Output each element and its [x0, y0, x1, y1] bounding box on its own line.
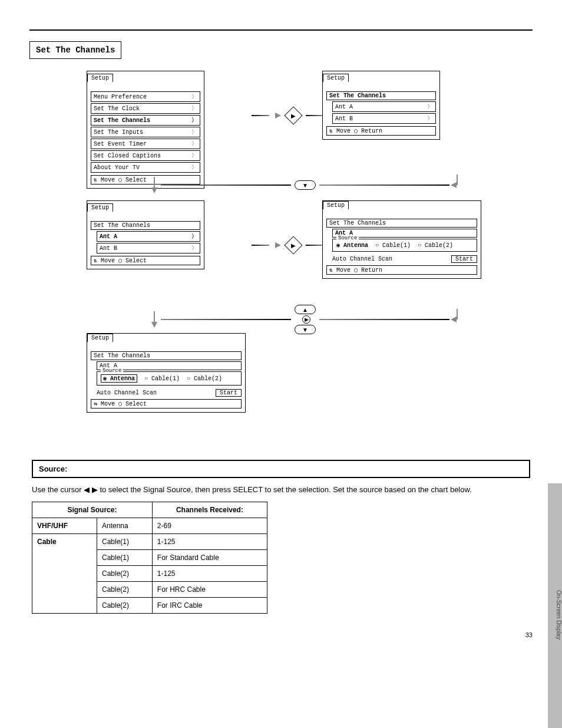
table-cell: 1-125 [152, 565, 267, 581]
leftright-icon: ⇆ [94, 400, 97, 407]
chevron-right-icon: 〉 [191, 140, 197, 148]
menu-set-channels-sel: Setup Set The Channels Ant A〉 Ant B〉 ⇅Mo… [87, 200, 204, 269]
menu-item[interactable]: Set The Clock〉 [91, 103, 200, 114]
select-icon: ◯ [118, 257, 122, 264]
route-loop-2: ▲ ▶ ▼ [151, 304, 458, 335]
table-cell: Antenna [97, 518, 153, 533]
source-paragraph: Use the cursor ◀ ▶ to select the Signal … [32, 484, 530, 496]
radio-option[interactable]: ○ Cable(1) [144, 375, 180, 382]
menu-item[interactable]: Ant B〉 [332, 113, 436, 124]
scan-label: Auto Channel Scan [332, 256, 392, 262]
table-cell: Cable(2) [97, 581, 153, 597]
chevron-right-icon: 〉 [191, 151, 197, 160]
table-header: Channels Received: [152, 502, 267, 518]
menu-tab: Setup [87, 74, 113, 82]
menu-item[interactable]: Set Event Timer〉 [91, 139, 200, 149]
cursor-right-icon: ▶ [92, 485, 98, 494]
source-table: Signal Source: Channels Received: VHF/UH… [32, 502, 267, 614]
divider [29, 29, 533, 31]
updown-icon: ⇅ [329, 266, 333, 274]
cursor-right-icon: ▶ [284, 106, 302, 124]
table-cell: For Standard Cable [152, 549, 267, 565]
sidebar-tab: On-Screen Display [548, 483, 562, 649]
radio-option-selected[interactable]: ◉ Antenna [336, 242, 368, 249]
cursor-up-pill: ▲ [295, 305, 316, 314]
cursor-left-icon: ◀ [84, 485, 90, 494]
flow-diagram: Setup Menu Preference〉 Set The Clock〉 Se… [45, 71, 517, 454]
updown-icon: ⇅ [94, 257, 97, 264]
submenu-title: Set The Channels [91, 221, 200, 230]
start-button[interactable]: Start [451, 255, 477, 263]
table-cell: Cable(1) [97, 549, 153, 565]
table-row: VHF/UHF Antenna 2-69 [32, 518, 267, 533]
table-cell: Cable(1) [97, 533, 153, 549]
menu-footer: ⇅Move ◯Return [326, 265, 477, 275]
radio-option[interactable]: ○ Cable(2) [418, 242, 453, 249]
chevron-right-icon: 〉 [191, 163, 197, 172]
chevron-right-icon: 〉 [427, 103, 433, 111]
menu-footer: ⇅Move ◯Select [91, 256, 200, 265]
page-number: 33 [525, 631, 533, 638]
chevron-right-icon: 〉 [427, 114, 433, 123]
updown-icon: ⇅ [329, 127, 333, 134]
table-cell: Cable(2) [97, 565, 153, 581]
section-heading: Set The Channels [29, 41, 121, 59]
menu-tab: Setup [87, 203, 113, 212]
menu-footer: ⇅Move ◯Return [326, 126, 436, 136]
select-icon: ◯ [118, 400, 122, 407]
cursor-down-pill: ▼ [295, 325, 316, 334]
menu-item[interactable]: About Your TV〉 [91, 162, 200, 173]
updown-icon: ⇅ [94, 176, 97, 183]
table-cell: Cable(2) [97, 597, 153, 613]
cursor-right-icon: ▶ [284, 236, 302, 254]
submenu-title: Set The Channels [326, 219, 477, 228]
cursor-down-pill: ▼ [295, 180, 316, 190]
radio-option[interactable]: ○ Cable(2) [187, 375, 222, 382]
chevron-right-icon: 〉 [191, 232, 197, 241]
table-cell: Cable [32, 533, 97, 613]
menu-item-selected[interactable]: Ant A〉 [97, 231, 200, 242]
table-cell: VHF/UHF [32, 518, 97, 533]
table-cell: For HRC Cable [152, 581, 267, 597]
menu-set-channels: Setup Set The Channels Ant A〉 Ant B〉 ⇅Mo… [322, 71, 440, 140]
route-loop-1: ▼ [151, 177, 458, 193]
menu-tab: Setup [323, 74, 349, 82]
chevron-right-icon: 〉 [191, 104, 197, 113]
fieldset-legend: Source [336, 235, 359, 241]
menu-item[interactable]: Set The Inputs〉 [91, 127, 200, 137]
menu-footer: ⇆Move ◯Select [91, 399, 242, 409]
menu-tab: Setup [87, 334, 113, 342]
start-button[interactable]: Start [216, 389, 242, 397]
table-cell: 2-69 [152, 518, 267, 533]
submenu-title: Set The Channels [326, 91, 436, 100]
table-cell: 1-125 [152, 533, 267, 549]
select-icon: ◯ [354, 266, 358, 274]
table-row: Cable Cable(1) 1-125 [32, 533, 267, 549]
menu-item[interactable]: Menu Preference〉 [91, 91, 200, 102]
source-fieldset: Source ◉ Antenna ○ Cable(1) ○ Cable(2) [97, 371, 242, 386]
scan-label: Auto Channel Scan [97, 390, 157, 396]
chevron-right-icon: 〉 [191, 244, 197, 252]
chevron-right-icon: 〉 [191, 93, 197, 101]
chevron-right-icon: 〉 [191, 128, 197, 136]
menu-item-selected[interactable]: Set The Channels〉 [91, 115, 200, 126]
menu-ant-a-panel: Setup Set The Channels Ant A Source ◉ An… [322, 200, 481, 279]
source-fieldset: Source ◉ Antenna ○ Cable(1) ○ Cable(2) [332, 239, 477, 252]
source-heading: Source: [32, 460, 530, 478]
menu-item[interactable]: Ant A〉 [332, 101, 436, 112]
menu-setup-full: Setup Menu Preference〉 Set The Clock〉 Se… [87, 71, 204, 189]
select-icon: ◯ [354, 127, 358, 134]
fieldset-legend: Source [101, 368, 123, 374]
radio-option[interactable]: ○ Cable(1) [375, 242, 411, 249]
cursor-right-icon: ▶ [302, 315, 310, 324]
menu-item[interactable]: Set Closed Captions〉 [91, 150, 200, 161]
chevron-right-icon: 〉 [191, 116, 197, 124]
menu-tab: Setup [323, 201, 349, 209]
table-header: Signal Source: [32, 502, 153, 518]
menu-ant-a-panel-2: Setup Set The Channels Ant A Source ◉ An… [87, 333, 246, 413]
radio-option-selected[interactable]: ◉ Antenna [101, 374, 137, 383]
select-icon: ◯ [118, 176, 122, 183]
table-cell: For IRC Cable [152, 597, 267, 613]
submenu-title: Set The Channels [91, 351, 242, 360]
menu-item[interactable]: Ant B〉 [97, 243, 200, 253]
